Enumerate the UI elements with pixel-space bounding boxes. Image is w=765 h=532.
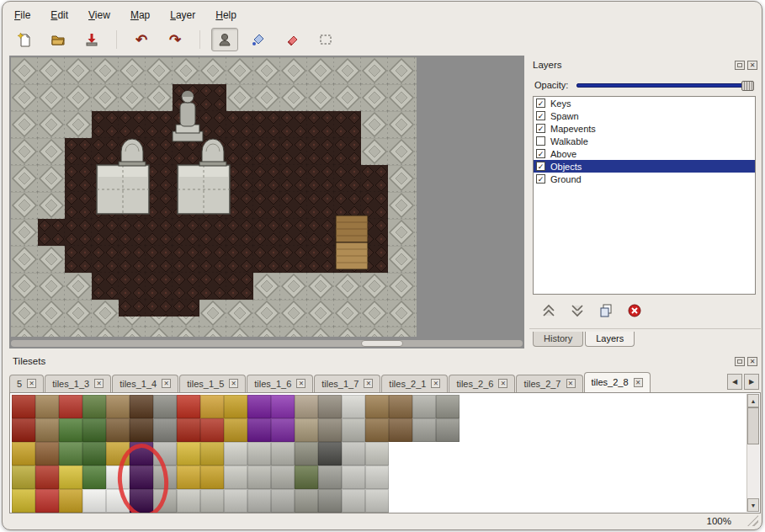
- horizontal-scrollbar[interactable]: [11, 340, 523, 347]
- vertical-scrollbar[interactable]: ▲ ▼: [746, 394, 759, 512]
- tileset-tile[interactable]: [200, 442, 224, 466]
- tileset-tile[interactable]: [389, 395, 412, 418]
- move-layer-up-button[interactable]: [538, 301, 560, 320]
- layer-row-above[interactable]: ✓Above: [534, 147, 755, 160]
- scrollbar-track[interactable]: [747, 407, 759, 498]
- tileset-tile[interactable]: [412, 489, 436, 513]
- slider-handle[interactable]: [741, 81, 754, 91]
- tileset-tile[interactable]: [130, 395, 153, 418]
- tileset-tile[interactable]: [247, 395, 271, 418]
- select-tool-button[interactable]: [312, 28, 339, 51]
- tileset-tile[interactable]: [342, 442, 365, 466]
- tileset-tile[interactable]: [177, 466, 200, 489]
- tileset-tile[interactable]: [247, 466, 271, 489]
- tileset-tile[interactable]: [35, 466, 59, 489]
- tileset-tile[interactable]: [130, 418, 153, 442]
- tileset-tile[interactable]: [295, 395, 318, 418]
- tileset-tile[interactable]: [271, 442, 295, 466]
- tileset-tile[interactable]: [106, 418, 130, 442]
- tileset-tile[interactable]: [318, 395, 342, 418]
- tileset-tile[interactable]: [59, 466, 82, 489]
- tileset-tile[interactable]: [200, 466, 224, 489]
- tileset-tile[interactable]: [224, 395, 247, 418]
- tileset-tile[interactable]: [295, 442, 318, 466]
- tileset-tile[interactable]: [200, 418, 224, 442]
- tileset-tile[interactable]: [59, 418, 82, 442]
- tileset-tile[interactable]: [82, 442, 106, 466]
- tileset-tile[interactable]: [318, 418, 342, 442]
- open-button[interactable]: [45, 28, 72, 51]
- tab-history[interactable]: History: [533, 332, 583, 347]
- tileset-tile[interactable]: [59, 395, 82, 418]
- tileset-tile[interactable]: [82, 395, 106, 418]
- close-tab-icon[interactable]: ✕: [566, 379, 576, 388]
- tileset-tile[interactable]: [342, 489, 365, 513]
- tileset-tile[interactable]: [271, 489, 295, 513]
- tileset-tile[interactable]: [318, 489, 342, 513]
- tileset-tile[interactable]: [35, 395, 59, 418]
- tileset-tab-tiles_1_4[interactable]: tiles_1_4✕: [112, 375, 178, 392]
- tileset-tile[interactable]: [436, 418, 460, 442]
- tileset-tile[interactable]: [59, 489, 82, 513]
- tileset-tile[interactable]: [12, 466, 35, 489]
- menu-file[interactable]: File: [11, 8, 34, 23]
- tileset-tab-tiles_1_3[interactable]: tiles_1_3✕: [45, 375, 111, 392]
- tileset-tab-tiles_1_5[interactable]: tiles_1_5✕: [179, 375, 246, 392]
- close-tab-icon[interactable]: ✕: [634, 378, 643, 387]
- tileset-tile[interactable]: [389, 466, 412, 489]
- layer-row-objects[interactable]: ✓Objects: [534, 160, 755, 173]
- close-tab-icon[interactable]: ✕: [229, 379, 238, 388]
- scroll-tabs-left-button[interactable]: ◀: [727, 374, 742, 390]
- close-tab-icon[interactable]: ✕: [94, 379, 104, 388]
- tileset-tile[interactable]: [412, 395, 436, 418]
- tileset-tile[interactable]: [177, 395, 200, 418]
- layer-row-keys[interactable]: ✓Keys: [534, 97, 755, 109]
- tileset-tile[interactable]: [271, 395, 295, 418]
- tileset-tile[interactable]: [412, 442, 436, 466]
- menu-edit[interactable]: Edit: [47, 8, 72, 23]
- tileset-tile[interactable]: [224, 466, 247, 489]
- scrollbar-thumb[interactable]: [747, 407, 759, 444]
- layer-row-mapevents[interactable]: ✓Mapevents: [534, 122, 755, 135]
- tileset-tile[interactable]: [295, 466, 318, 489]
- layer-row-walkable[interactable]: Walkable: [534, 135, 755, 147]
- tileset-tile[interactable]: [436, 442, 460, 466]
- layer-row-spawn[interactable]: ✓Spawn: [534, 109, 755, 122]
- tileset-tile[interactable]: [200, 489, 224, 513]
- tileset-tile[interactable]: [12, 418, 35, 442]
- duplicate-layer-button[interactable]: [595, 301, 617, 320]
- layer-visibility-checkbox[interactable]: ✓: [536, 149, 545, 158]
- tileset-tile[interactable]: [436, 489, 460, 513]
- tileset-tab-tiles_2_6[interactable]: tiles_2_6✕: [449, 375, 515, 392]
- scroll-tabs-right-button[interactable]: ▶: [744, 374, 759, 390]
- layer-row-ground[interactable]: ✓Ground: [534, 173, 755, 185]
- tileset-tile[interactable]: [82, 466, 106, 489]
- tileset-tile[interactable]: [318, 466, 342, 489]
- close-tab-icon[interactable]: ✕: [498, 379, 507, 388]
- tileset-tile[interactable]: [82, 489, 106, 513]
- tileset-tile[interactable]: [12, 489, 35, 513]
- undo-button[interactable]: ↶: [128, 28, 155, 51]
- menu-map[interactable]: Map: [127, 8, 153, 23]
- tileset-tile[interactable]: [271, 418, 295, 442]
- tileset-tile[interactable]: [12, 442, 35, 466]
- tileset-tile[interactable]: [200, 395, 224, 418]
- tileset-tile[interactable]: [365, 489, 389, 513]
- tileset-tile[interactable]: [295, 489, 318, 513]
- tileset-tile[interactable]: [436, 466, 460, 489]
- tileset-tile[interactable]: [35, 489, 59, 513]
- new-file-button[interactable]: [11, 28, 38, 51]
- tileset-tile[interactable]: [436, 395, 460, 418]
- tileset-tile[interactable]: [247, 442, 271, 466]
- menu-help[interactable]: Help: [212, 8, 240, 23]
- stamp-tool-button[interactable]: [211, 28, 238, 51]
- close-panel-icon[interactable]: ✕: [747, 357, 757, 366]
- fill-tool-button[interactable]: [245, 28, 272, 51]
- redo-button[interactable]: ↷: [162, 28, 189, 51]
- tileset-tile[interactable]: [153, 418, 177, 442]
- tileset-tile[interactable]: [295, 418, 318, 442]
- menu-layer[interactable]: Layer: [167, 8, 199, 23]
- menu-view[interactable]: View: [85, 8, 114, 23]
- tileset-tile[interactable]: [342, 395, 365, 418]
- scroll-down-button[interactable]: ▼: [747, 498, 759, 512]
